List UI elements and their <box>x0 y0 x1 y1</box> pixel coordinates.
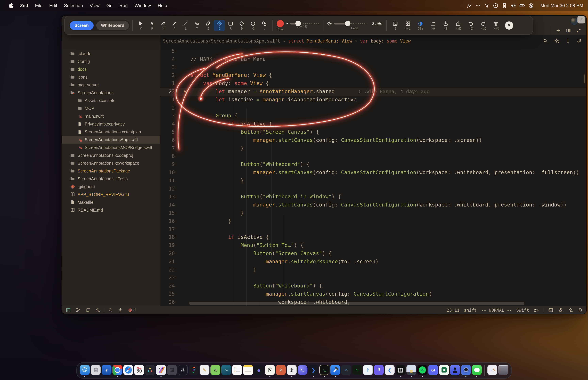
code-line[interactable]: 19 Menu("Switch To…") { <box>160 242 586 250</box>
file-tree-item-screenannotations-xcodeproj[interactable]: ScreenAnnotations.xcodeproj <box>62 152 160 159</box>
dock-item-person[interactable] <box>450 364 460 377</box>
shape-status-icon[interactable] <box>482 0 491 11</box>
file-tree-item-app-store-review-md[interactable]: APP_STORE_REVIEW.md <box>62 190 160 198</box>
dock-item-finder[interactable]: ☺ <box>80 364 90 377</box>
text-tool[interactable]: AaT <box>191 19 203 31</box>
terminal-panel-button[interactable] <box>548 307 553 313</box>
dock-item-resolve[interactable] <box>145 364 155 377</box>
width-slider-thumb[interactable] <box>296 21 301 26</box>
ibeam-icon[interactable] <box>565 38 571 44</box>
line-number[interactable]: 12 <box>160 185 179 193</box>
shapes-tool[interactable]: ⌄ <box>259 19 270 31</box>
apple-menu[interactable] <box>5 0 17 11</box>
focus-tool[interactable]: O <box>214 19 225 31</box>
file-tree-item-mcp[interactable]: MCP <box>62 104 160 112</box>
file-tree-item-readme-md[interactable]: README.md <box>62 206 160 214</box>
code-line[interactable]: 12 <box>160 185 586 193</box>
code-line[interactable]: 13 Button("Whiteboard in Window") { <box>160 193 586 201</box>
code-line[interactable]: 15 } <box>160 209 586 217</box>
dots-status-icon[interactable] <box>474 0 482 11</box>
split-pane-button[interactable] <box>565 27 571 33</box>
dock-item-notes[interactable] <box>243 364 253 377</box>
code-line[interactable]: 20 Button("Screen Canvas") { <box>160 250 586 258</box>
outline-panel-button[interactable] <box>85 307 91 313</box>
bolt-button[interactable] <box>117 307 123 313</box>
dock-item-mail[interactable]: ➤ <box>102 364 112 377</box>
file-tree-item-icons[interactable]: icons <box>62 73 160 81</box>
dock-item-figma[interactable] <box>189 364 199 377</box>
code-line[interactable]: 5 <box>160 47 586 56</box>
code-line[interactable]: 7 } <box>160 144 586 152</box>
code-line[interactable]: 1 var body: some View { <box>160 80 586 88</box>
undo-action-button[interactable]: ⌘Z <box>465 19 477 31</box>
new-tab-button[interactable] <box>555 27 561 33</box>
line-number[interactable]: 22 <box>160 266 179 274</box>
scribble-status-icon[interactable] <box>465 0 474 11</box>
arrow-tool[interactable]: A <box>169 19 180 31</box>
editor-pane[interactable]: ScreenAnnotations/ScreenAnnotationsApp.s… <box>160 35 586 306</box>
sparkle-panel-button[interactable] <box>568 307 573 313</box>
code-line[interactable]: 11 } <box>160 177 586 185</box>
line-number[interactable]: 4 <box>160 120 179 128</box>
line-number[interactable]: 20 <box>160 250 179 258</box>
line-number[interactable]: 18 <box>160 233 179 242</box>
menu-item-run[interactable]: Run <box>116 0 131 11</box>
dock-item-ghostty[interactable]: ›_ <box>319 364 329 377</box>
dock-item-dots[interactable]: ⠿ <box>374 364 384 377</box>
menu-item-window[interactable]: Window <box>131 0 154 11</box>
dock-item-opal[interactable] <box>461 364 471 377</box>
menu-bar-clock[interactable]: Mon Mar 30 2:08 PM <box>538 3 583 8</box>
ellipse-tool[interactable]: C <box>247 19 259 31</box>
file-tree-item-makefile[interactable]: Makefile <box>62 198 160 206</box>
bug-panel-button[interactable] <box>558 307 563 313</box>
redo-action-button[interactable]: ⌘⇧Z <box>477 19 490 31</box>
menu-item-file[interactable]: File <box>32 0 46 11</box>
code-line[interactable]: 23 <box>160 274 586 282</box>
file-tree-item-screenannotationspackage[interactable]: ScreenAnnotationsPackage <box>62 167 160 175</box>
code-line[interactable]: 9 Button("Whiteboard") { <box>160 161 586 169</box>
dock-item-cloudterm[interactable]: >_ <box>298 364 307 377</box>
line-number[interactable]: 1 <box>160 96 179 104</box>
vim-indicator[interactable]: z» <box>533 307 539 312</box>
line-number[interactable]: 2 <box>160 72 179 80</box>
line-number[interactable]: 9 <box>160 161 179 169</box>
file-tree-item-screenannotations[interactable]: ScreenAnnotations <box>62 89 160 97</box>
language-selector[interactable]: Swift <box>516 307 529 312</box>
toggles-status-icon[interactable] <box>527 0 536 11</box>
line-number[interactable]: 1 <box>160 80 179 88</box>
code-line[interactable]: 6 manager.startCanvas(config: CanvasStar… <box>160 136 586 145</box>
pending-key[interactable]: shift <box>464 307 477 312</box>
code-line[interactable]: 24 Button("Whiteboard") { <box>160 282 586 290</box>
code-line[interactable]: 14 manager.startCanvas(config: CanvasSta… <box>160 201 586 209</box>
buffer-search-icon[interactable] <box>542 38 549 44</box>
dock-item-reminders[interactable] <box>232 364 242 377</box>
code-line[interactable]: 25 manager.startCanvas(config: CanvasSta… <box>160 290 586 298</box>
tab-whiteboard[interactable]: Whiteboard <box>96 21 129 30</box>
panel-panel-button[interactable] <box>65 307 71 313</box>
dock-item-xcode[interactable] <box>330 364 340 377</box>
fade-slider-thumb[interactable] <box>345 21 351 26</box>
line-number[interactable]: 3 <box>160 63 179 72</box>
diagnostics-indicator[interactable]: 1 <box>127 307 136 313</box>
menu-item-edit[interactable]: Edit <box>46 0 61 11</box>
code-line[interactable]: 22 } <box>160 266 586 274</box>
vim-mode[interactable]: -- NORMAL -- <box>481 307 512 312</box>
dock-item-messages[interactable] <box>472 364 482 377</box>
file-tree-item-screenannotationsapp-swift[interactable]: ScreenAnnotationsApp.swift <box>62 136 160 144</box>
people-panel-button[interactable] <box>95 307 100 313</box>
line-number[interactable]: 16 <box>160 217 179 225</box>
line-number[interactable]: 15 <box>160 209 179 217</box>
speaker-status-icon[interactable] <box>509 0 518 11</box>
color-swatch[interactable] <box>276 20 284 27</box>
line-number[interactable]: 10 <box>160 169 179 177</box>
line-number[interactable]: 24 <box>160 282 179 290</box>
dock-item-lego[interactable]: ▦ <box>406 364 416 377</box>
overlay-pin-widget[interactable] <box>577 16 585 23</box>
dock-item-trash[interactable] <box>498 364 508 377</box>
dock-item-obs[interactable]: ⁂ <box>178 364 188 377</box>
dock-item-notion[interactable]: N <box>265 364 275 377</box>
inline-assist-icon[interactable] <box>554 38 560 44</box>
vertical-scrollbar[interactable] <box>584 75 585 83</box>
color-picker[interactable]: Color <box>275 19 285 32</box>
opacity-action-button[interactable]: 30% <box>414 19 427 31</box>
